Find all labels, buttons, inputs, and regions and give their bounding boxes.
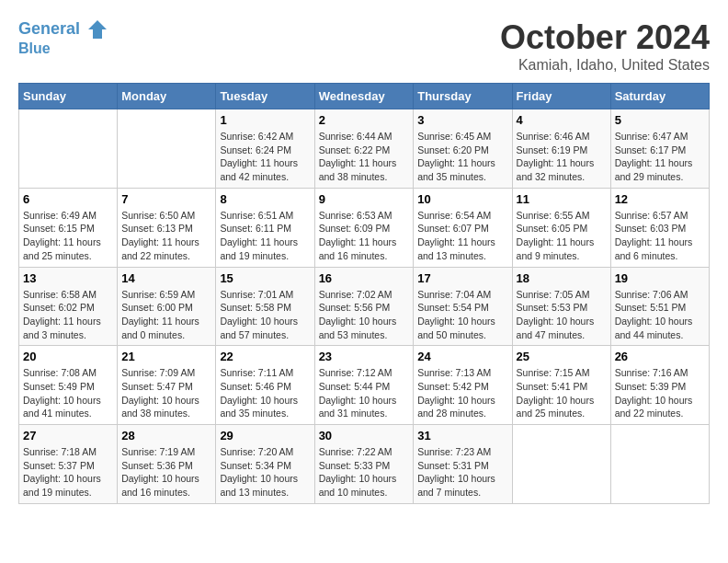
weekday-header: Tuesday [216, 84, 314, 109]
calendar-cell: 17Sunrise: 7:04 AM Sunset: 5:54 PM Dayli… [414, 267, 512, 346]
calendar-cell: 6Sunrise: 6:49 AM Sunset: 6:15 PM Daylig… [19, 188, 118, 267]
weekday-header: Friday [512, 84, 610, 109]
day-info: Sunrise: 7:08 AM Sunset: 5:49 PM Dayligh… [23, 366, 113, 420]
logo-text: General [18, 18, 108, 40]
calendar-week-row: 6Sunrise: 6:49 AM Sunset: 6:15 PM Daylig… [19, 188, 710, 267]
calendar-week-row: 20Sunrise: 7:08 AM Sunset: 5:49 PM Dayli… [19, 346, 710, 425]
day-info: Sunrise: 6:54 AM Sunset: 6:07 PM Dayligh… [417, 209, 507, 263]
day-number: 27 [23, 429, 113, 442]
calendar-cell: 20Sunrise: 7:08 AM Sunset: 5:49 PM Dayli… [19, 346, 118, 425]
day-number: 17 [417, 271, 507, 285]
calendar-week-row: 1Sunrise: 6:42 AM Sunset: 6:24 PM Daylig… [19, 109, 710, 189]
calendar-cell: 18Sunrise: 7:05 AM Sunset: 5:53 PM Dayli… [512, 267, 610, 346]
calendar-cell: 26Sunrise: 7:16 AM Sunset: 5:39 PM Dayli… [610, 346, 709, 425]
day-info: Sunrise: 7:04 AM Sunset: 5:54 PM Dayligh… [417, 288, 507, 342]
day-number: 24 [417, 350, 507, 363]
day-info: Sunrise: 6:51 AM Sunset: 6:11 PM Dayligh… [220, 209, 310, 263]
month-title: October 2024 [500, 18, 710, 57]
calendar-week-row: 13Sunrise: 6:58 AM Sunset: 6:02 PM Dayli… [19, 267, 710, 346]
day-info: Sunrise: 7:01 AM Sunset: 5:58 PM Dayligh… [220, 288, 310, 342]
day-number: 23 [319, 350, 410, 363]
day-info: Sunrise: 6:53 AM Sunset: 6:09 PM Dayligh… [319, 209, 410, 263]
day-info: Sunrise: 6:47 AM Sunset: 6:17 PM Dayligh… [615, 130, 705, 184]
day-info: Sunrise: 6:46 AM Sunset: 6:19 PM Dayligh… [517, 130, 607, 184]
day-number: 16 [319, 271, 410, 285]
title-block: October 2024 Kamiah, Idaho, United State… [500, 18, 710, 74]
weekday-header: Wednesday [314, 84, 414, 109]
calendar-cell: 12Sunrise: 6:57 AM Sunset: 6:03 PM Dayli… [610, 188, 709, 267]
day-info: Sunrise: 7:11 AM Sunset: 5:46 PM Dayligh… [220, 366, 310, 420]
calendar-cell: 22Sunrise: 7:11 AM Sunset: 5:46 PM Dayli… [216, 346, 314, 425]
calendar-cell: 28Sunrise: 7:19 AM Sunset: 5:36 PM Dayli… [118, 425, 216, 504]
day-info: Sunrise: 6:59 AM Sunset: 6:00 PM Dayligh… [121, 288, 211, 342]
day-info: Sunrise: 7:09 AM Sunset: 5:47 PM Dayligh… [121, 366, 211, 420]
day-info: Sunrise: 7:06 AM Sunset: 5:51 PM Dayligh… [615, 288, 705, 342]
day-number: 22 [220, 350, 310, 363]
calendar-cell: 4Sunrise: 6:46 AM Sunset: 6:19 PM Daylig… [512, 109, 610, 189]
day-info: Sunrise: 7:16 AM Sunset: 5:39 PM Dayligh… [615, 366, 705, 420]
weekday-header: Thursday [414, 84, 512, 109]
day-info: Sunrise: 7:20 AM Sunset: 5:34 PM Dayligh… [220, 445, 310, 500]
day-info: Sunrise: 6:49 AM Sunset: 6:15 PM Dayligh… [23, 209, 113, 263]
day-info: Sunrise: 7:13 AM Sunset: 5:42 PM Dayligh… [417, 366, 507, 420]
logo: General Blue [18, 18, 108, 57]
calendar-cell [19, 109, 118, 189]
day-info: Sunrise: 7:12 AM Sunset: 5:44 PM Dayligh… [319, 366, 410, 420]
svg-marker-0 [88, 20, 107, 39]
day-info: Sunrise: 7:18 AM Sunset: 5:37 PM Dayligh… [23, 445, 113, 500]
weekday-header: Sunday [19, 84, 118, 109]
calendar-cell: 24Sunrise: 7:13 AM Sunset: 5:42 PM Dayli… [414, 346, 512, 425]
calendar-cell: 27Sunrise: 7:18 AM Sunset: 5:37 PM Dayli… [19, 425, 118, 504]
day-info: Sunrise: 7:02 AM Sunset: 5:56 PM Dayligh… [319, 288, 410, 342]
calendar-cell: 31Sunrise: 7:23 AM Sunset: 5:31 PM Dayli… [414, 425, 512, 504]
weekday-header: Saturday [610, 84, 709, 109]
day-number: 18 [517, 271, 607, 285]
day-info: Sunrise: 6:42 AM Sunset: 6:24 PM Dayligh… [220, 130, 310, 184]
day-number: 29 [220, 429, 310, 442]
calendar-cell: 11Sunrise: 6:55 AM Sunset: 6:05 PM Dayli… [512, 188, 610, 267]
day-number: 12 [615, 192, 705, 206]
day-number: 25 [517, 350, 607, 363]
calendar-cell [610, 425, 709, 504]
calendar-cell: 16Sunrise: 7:02 AM Sunset: 5:56 PM Dayli… [314, 267, 414, 346]
day-number: 21 [121, 350, 211, 363]
day-number: 14 [121, 271, 211, 285]
calendar-cell: 30Sunrise: 7:22 AM Sunset: 5:33 PM Dayli… [314, 425, 414, 504]
page-header: General Blue October 2024 Kamiah, Idaho,… [18, 18, 710, 74]
calendar-cell: 29Sunrise: 7:20 AM Sunset: 5:34 PM Dayli… [216, 425, 314, 504]
day-number: 28 [121, 429, 211, 442]
calendar-cell: 15Sunrise: 7:01 AM Sunset: 5:58 PM Dayli… [216, 267, 314, 346]
day-number: 7 [121, 192, 211, 206]
calendar-cell [512, 425, 610, 504]
day-info: Sunrise: 7:15 AM Sunset: 5:41 PM Dayligh… [517, 366, 607, 420]
calendar-week-row: 27Sunrise: 7:18 AM Sunset: 5:37 PM Dayli… [19, 425, 710, 504]
calendar-cell: 19Sunrise: 7:06 AM Sunset: 5:51 PM Dayli… [610, 267, 709, 346]
day-info: Sunrise: 7:22 AM Sunset: 5:33 PM Dayligh… [319, 445, 410, 500]
calendar-cell: 7Sunrise: 6:50 AM Sunset: 6:13 PM Daylig… [118, 188, 216, 267]
logo-text2: Blue [18, 40, 108, 57]
day-number: 30 [319, 429, 410, 442]
calendar-cell: 3Sunrise: 6:45 AM Sunset: 6:20 PM Daylig… [414, 109, 512, 189]
day-number: 5 [615, 113, 705, 127]
day-info: Sunrise: 6:50 AM Sunset: 6:13 PM Dayligh… [121, 209, 211, 263]
calendar-cell: 21Sunrise: 7:09 AM Sunset: 5:47 PM Dayli… [118, 346, 216, 425]
calendar-cell: 1Sunrise: 6:42 AM Sunset: 6:24 PM Daylig… [216, 109, 314, 189]
calendar-cell [118, 109, 216, 189]
calendar-cell: 14Sunrise: 6:59 AM Sunset: 6:00 PM Dayli… [118, 267, 216, 346]
day-number: 15 [220, 271, 310, 285]
location: Kamiah, Idaho, United States [500, 57, 710, 74]
day-info: Sunrise: 6:57 AM Sunset: 6:03 PM Dayligh… [615, 209, 705, 263]
day-info: Sunrise: 6:45 AM Sunset: 6:20 PM Dayligh… [417, 130, 507, 184]
calendar-cell: 8Sunrise: 6:51 AM Sunset: 6:11 PM Daylig… [216, 188, 314, 267]
day-number: 2 [319, 113, 410, 127]
calendar-cell: 5Sunrise: 6:47 AM Sunset: 6:17 PM Daylig… [610, 109, 709, 189]
day-number: 19 [615, 271, 705, 285]
day-number: 4 [517, 113, 607, 127]
day-info: Sunrise: 7:19 AM Sunset: 5:36 PM Dayligh… [121, 445, 211, 500]
calendar-cell: 2Sunrise: 6:44 AM Sunset: 6:22 PM Daylig… [314, 109, 414, 189]
day-number: 3 [417, 113, 507, 127]
day-info: Sunrise: 6:44 AM Sunset: 6:22 PM Dayligh… [319, 130, 410, 184]
day-number: 26 [615, 350, 705, 363]
header-row: SundayMondayTuesdayWednesdayThursdayFrid… [19, 84, 710, 109]
calendar-cell: 23Sunrise: 7:12 AM Sunset: 5:44 PM Dayli… [314, 346, 414, 425]
